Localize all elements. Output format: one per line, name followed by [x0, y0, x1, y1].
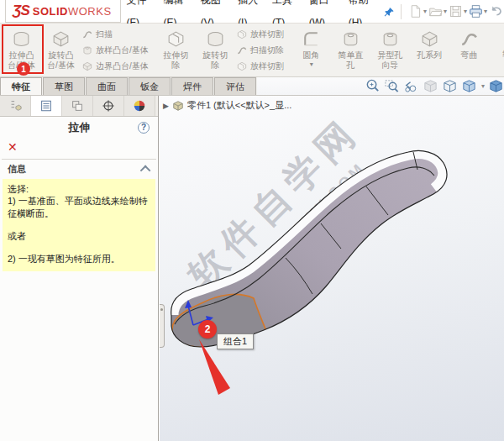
feature-tree-root[interactable]: ▶ 零件1 (默认<<默认>_显... — [163, 99, 291, 112]
display-style-icon[interactable] — [461, 78, 477, 94]
sweep-cut-button[interactable]: 扫描切除 — [236, 43, 284, 57]
simple-hole-label: 简单直 孔 — [338, 50, 363, 70]
display-manager-tab[interactable] — [124, 96, 155, 116]
tab-features[interactable]: 特征 — [0, 77, 42, 95]
undo-icon — [489, 4, 503, 18]
property-manager-tab[interactable] — [31, 96, 62, 116]
configuration-manager-icon — [71, 99, 84, 113]
save-document-button[interactable]: ▾ — [449, 4, 467, 18]
command-tab-row: 特征 草图 曲面 钣金 焊件 评估 ▾ — [0, 77, 504, 96]
property-manager-header: 拉伸 ? — [0, 117, 158, 139]
tab-surfaces[interactable]: 曲面 — [86, 77, 128, 95]
fillet-button[interactable]: 圆角 ▾ — [291, 24, 331, 76]
boundary-boss-button[interactable]: 边界凸台/基体 — [81, 59, 149, 73]
save-caret-icon[interactable]: ▾ — [464, 8, 467, 15]
previous-view-icon[interactable] — [403, 78, 419, 94]
loft-boss-icon — [81, 45, 93, 56]
hole-wizard-label: 异型孔 向导 — [377, 50, 402, 70]
loft-boss-label: 放样凸台/基体 — [96, 45, 149, 56]
open-caret-icon[interactable]: ▾ — [444, 8, 447, 15]
tab-sheet-metal[interactable]: 钣金 — [129, 77, 171, 95]
message-line: 2) 一现有草图为特征所用。 — [8, 253, 150, 265]
dimxpert-manager-icon — [102, 99, 115, 113]
new-caret-icon[interactable]: ▾ — [423, 8, 427, 15]
feature-manager-tab[interactable] — [0, 96, 31, 116]
property-manager-panel: 拉伸 ? ✕ 信息 选择: 1) 一基准面、平面或边线来绘制特征横断面。 或者 … — [0, 96, 159, 441]
zoom-fit-icon[interactable] — [365, 78, 381, 94]
graphics-viewport[interactable]: 软件自学网 WWW.RJZXW.COM — [160, 96, 504, 441]
sweep-cut-label: 扫描切除 — [250, 45, 284, 56]
fillet-caret-icon[interactable]: ▾ — [310, 60, 313, 68]
panel-splitter-handle[interactable] — [160, 304, 165, 348]
part-model[interactable] — [160, 96, 504, 441]
hole-wizard-button[interactable]: 异型孔 向导 — [370, 24, 410, 76]
revolve-cut-button[interactable]: 旋转切 除 — [196, 24, 235, 76]
property-manager-icon — [39, 99, 53, 113]
selection-tooltip: 组合1 — [217, 333, 254, 349]
boundary-boss-icon — [81, 60, 93, 72]
tutorial-step-1-badge: 1 — [17, 62, 30, 76]
display-style-caret-icon[interactable]: ▾ — [481, 82, 485, 90]
sweep-cut-icon — [236, 45, 248, 56]
new-document-icon — [408, 4, 423, 18]
hide-show-items-icon[interactable] — [488, 78, 504, 94]
message-line: 或者 — [8, 230, 150, 242]
simple-hole-icon — [340, 29, 361, 50]
tab-sketch[interactable]: 草图 — [43, 77, 85, 95]
boundary-boss-label: 边界凸台/基体 — [96, 60, 149, 72]
linear-pattern-button[interactable]: 线性阵 列 ▾ — [496, 24, 504, 76]
logo-text-works: WORKS — [68, 5, 112, 18]
extrude-cut-icon — [165, 29, 186, 50]
flex-icon — [459, 29, 480, 50]
pattern-group: 线性阵 列 ▾ 筋 拔模 抽壳 包覆 相交 — [494, 24, 504, 76]
simple-hole-button[interactable]: 简单直 孔 — [331, 24, 370, 76]
revolve-cut-label: 旋转切 除 — [202, 50, 228, 70]
hole-series-button[interactable]: 孔系列 — [410, 24, 449, 76]
solidworks-logo: ƷS SOLIDWORKS — [5, 0, 121, 23]
section-view-icon[interactable] — [423, 78, 438, 94]
boundary-cut-label: 放样切割 — [250, 60, 284, 72]
open-document-button[interactable]: ▾ — [428, 4, 447, 18]
tab-evaluate[interactable]: 评估 — [214, 77, 256, 95]
solidworks-logo-mark: ƷS — [13, 3, 29, 19]
undo-button[interactable] — [489, 4, 503, 18]
message-group-header[interactable]: 信息 — [0, 160, 158, 178]
boundary-cut-icon — [236, 60, 248, 72]
tree-expand-icon[interactable]: ▶ — [163, 102, 169, 110]
fillet-icon — [301, 29, 322, 50]
cancel-button[interactable]: ✕ — [0, 139, 158, 159]
print-caret-icon[interactable]: ▾ — [484, 8, 487, 15]
display-manager-icon — [133, 99, 146, 113]
boundary-cut-button[interactable]: 放样切割 — [236, 59, 284, 73]
print-button[interactable]: ▾ — [469, 4, 487, 18]
sweep-boss-button[interactable]: 扫描 — [81, 27, 149, 41]
loft-cut-button[interactable]: 放样切割 — [236, 27, 284, 41]
extrude-cut-button[interactable]: 拉伸切 除 — [156, 24, 196, 76]
message-line: 选择: — [8, 183, 150, 195]
dimxpert-manager-tab[interactable] — [93, 96, 124, 116]
feature-manager-icon — [8, 99, 22, 113]
save-document-icon — [449, 4, 463, 18]
configuration-manager-tab[interactable] — [62, 96, 93, 116]
revolve-boss-button[interactable]: 旋转凸 台/基体 — [41, 24, 81, 76]
message-line — [8, 242, 150, 253]
revolve-cut-icon — [205, 29, 226, 50]
open-document-icon — [428, 4, 443, 18]
flex-button[interactable]: 弯曲 — [449, 24, 489, 76]
help-icon[interactable]: ? — [138, 122, 150, 134]
hole-series-label: 孔系列 — [417, 50, 442, 60]
collapse-chevron-icon[interactable] — [140, 165, 151, 176]
view-orientation-icon[interactable] — [442, 78, 458, 94]
pin-menu-icon[interactable] — [384, 4, 396, 19]
tutorial-step-2-badge: 2 — [198, 320, 217, 339]
loft-boss-button[interactable]: 放样凸台/基体 — [81, 43, 149, 57]
toolbar-separator — [401, 4, 402, 19]
new-document-button[interactable]: ▾ — [408, 4, 427, 18]
panel-tab-bar — [0, 96, 158, 117]
logo-text-solid: SOLID — [33, 5, 68, 18]
revolve-boss-label: 旋转凸 台/基体 — [47, 50, 75, 70]
message-box: 选择: 1) 一基准面、平面或边线来绘制特征横断面。 或者 2) 一现有草图为特… — [3, 179, 155, 271]
tab-weldments[interactable]: 焊件 — [171, 77, 213, 95]
splitter-dot — [160, 308, 163, 311]
zoom-area-icon[interactable] — [384, 78, 400, 94]
